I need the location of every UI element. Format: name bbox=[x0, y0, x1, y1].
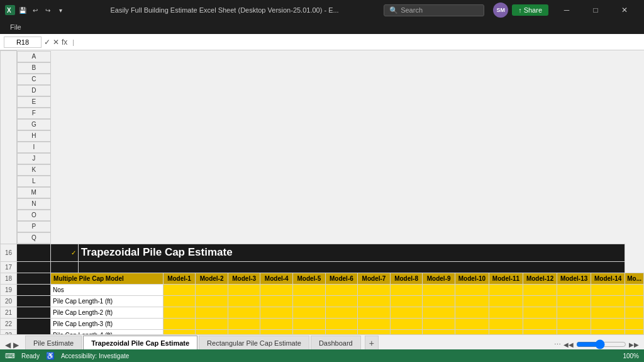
zoom-slider[interactable] bbox=[576, 339, 626, 349]
col-O[interactable]: O bbox=[17, 210, 51, 221]
col-Q[interactable]: Q bbox=[17, 232, 51, 244]
tab-pile-estimate[interactable]: Pile Estimate bbox=[25, 336, 82, 349]
col-B[interactable]: B bbox=[17, 62, 51, 74]
col-header-row: A B C D E F G H I J K L M N O P Q bbox=[1, 51, 644, 244]
col-F[interactable]: F bbox=[17, 108, 51, 119]
col-N[interactable]: N bbox=[17, 198, 51, 210]
cell-C23[interactable]: Pile Cap Length-4 (ft) bbox=[51, 329, 164, 334]
tab-rectangular-pile-cap[interactable]: Rectangular Pile Cap Estimate bbox=[199, 336, 309, 349]
model-8-header: Model-8 bbox=[390, 273, 423, 284]
col-K[interactable]: K bbox=[17, 164, 51, 176]
formula-divider: | bbox=[70, 38, 77, 46]
keyboard-icon: ⌨ bbox=[5, 352, 15, 360]
minimize-button[interactable]: ─ bbox=[552, 0, 581, 20]
formula-input[interactable] bbox=[79, 38, 640, 46]
cross-formula-icon[interactable]: ✕ bbox=[53, 38, 59, 47]
search-box[interactable]: 🔍 Search bbox=[384, 4, 484, 16]
window-title: Easily Full Building Estimate Excel Shee… bbox=[69, 6, 380, 14]
fx-icon[interactable]: fx bbox=[62, 38, 67, 47]
window-controls: ─ □ ✕ bbox=[552, 0, 639, 20]
title-bar: X 💾 ↩ ↪ ▾ Easily Full Building Estimate … bbox=[0, 0, 644, 20]
undo-icon[interactable]: ↩ bbox=[30, 5, 40, 15]
model-5-header: Model-5 bbox=[293, 273, 326, 284]
row-17: 17 bbox=[1, 261, 644, 273]
tab-trapezoidal-pile-cap[interactable]: Trapezoidal Pile Cap Estimate bbox=[83, 336, 197, 349]
model-1-header: Model-1 bbox=[163, 273, 196, 284]
cell-C19[interactable]: Nos bbox=[51, 284, 164, 295]
app-icons: X 💾 ↩ ↪ ▾ bbox=[5, 5, 65, 15]
formula-bar: ✓ ✕ fx | bbox=[0, 34, 644, 50]
col-H[interactable]: H bbox=[17, 130, 51, 142]
sheet-title: Trapezoidal Pile Cap Estimate bbox=[78, 244, 625, 261]
save-icon[interactable]: 💾 bbox=[18, 5, 28, 15]
row-20: 20 Pile Cap Length-1 (ft) bbox=[1, 295, 644, 307]
sheet-table: A B C D E F G H I J K L M N O P Q bbox=[0, 50, 644, 334]
row-21: 21 Pile Cap Length-2 (ft) bbox=[1, 307, 644, 318]
col-G[interactable]: G bbox=[17, 119, 51, 130]
model-more-header: Mo... bbox=[625, 273, 644, 284]
status-bar: ⌨ Ready ♿ Accessibility: Investigate 100… bbox=[0, 349, 644, 362]
model-14-header: Model-14 bbox=[591, 273, 625, 284]
tab-prev-icon[interactable]: ◀ bbox=[5, 341, 11, 349]
col-I[interactable]: I bbox=[17, 142, 51, 153]
cell-B16: ✓ bbox=[51, 244, 79, 261]
formula-icons: ✓ ✕ fx bbox=[44, 38, 67, 47]
close-button[interactable]: ✕ bbox=[610, 0, 639, 20]
model-11-header: Model-11 bbox=[489, 273, 523, 284]
sheet-options-icon[interactable]: ⋯ bbox=[554, 341, 561, 349]
spreadsheet: A B C D E F G H I J K L M N O P Q bbox=[0, 50, 644, 334]
svg-text:X: X bbox=[7, 7, 11, 14]
share-icon: ↑ bbox=[518, 6, 522, 14]
search-icon: 🔍 bbox=[389, 6, 398, 14]
tab-bar: ◀ ▶ Pile Estimate Trapezoidal Pile Cap E… bbox=[0, 334, 644, 349]
model-10-header: Model-10 bbox=[455, 273, 489, 284]
dropdown-icon[interactable]: ▾ bbox=[55, 5, 65, 15]
model-13-header: Model-13 bbox=[557, 273, 591, 284]
cell-C22[interactable]: Pile Cap Length-3 (ft) bbox=[51, 318, 164, 329]
row-22: 22 ConcreteVolume Pile Cap Length-3 (ft) bbox=[1, 318, 644, 329]
row-16: 16 ✓ Trapezoidal Pile Cap Estimate bbox=[1, 244, 644, 261]
cell-reference[interactable] bbox=[4, 37, 42, 48]
col-M[interactable]: M bbox=[17, 187, 51, 198]
avatar: SM bbox=[493, 3, 508, 18]
scroll-left-icon[interactable]: ◀◀ bbox=[564, 341, 574, 348]
scroll-right-icon[interactable]: ▶▶ bbox=[629, 341, 639, 348]
model-2-header: Model-2 bbox=[196, 273, 228, 284]
tab-add-button[interactable]: + bbox=[365, 336, 379, 349]
row-19: 19 Nos bbox=[1, 284, 644, 295]
col-D[interactable]: D bbox=[17, 85, 51, 96]
rownum-16: 16 bbox=[1, 244, 17, 261]
share-button[interactable]: ↑ Share bbox=[512, 4, 548, 16]
excel-icon: X bbox=[5, 5, 15, 15]
row-18: 18 Multiple Pile Cap Model Model-1 Model… bbox=[1, 273, 644, 284]
row-23: 23 Pile Cap Length-4 (ft) bbox=[1, 329, 644, 334]
accessibility-icon: ♿ bbox=[46, 352, 55, 360]
status-right: 100% bbox=[623, 353, 639, 359]
group-concrete-volume: ConcreteVolume bbox=[17, 318, 51, 334]
model-4-header: Model-4 bbox=[260, 273, 293, 284]
tab-next-icon[interactable]: ▶ bbox=[13, 341, 19, 349]
maximize-button[interactable]: □ bbox=[581, 0, 610, 20]
model-9-header: Model-9 bbox=[423, 273, 455, 284]
col-E[interactable]: E bbox=[17, 96, 51, 108]
col-C[interactable]: C bbox=[17, 74, 51, 85]
col-L[interactable]: L bbox=[17, 176, 51, 187]
ready-status: Ready bbox=[21, 353, 40, 359]
model-6-header: Model-6 bbox=[325, 273, 358, 284]
redo-icon[interactable]: ↪ bbox=[43, 5, 53, 15]
menu-bar: File bbox=[0, 20, 644, 34]
tab-dashboard[interactable]: Dashboard bbox=[311, 336, 361, 349]
cell-C20[interactable]: Pile Cap Length-1 (ft) bbox=[51, 295, 164, 307]
table-scroll[interactable]: A B C D E F G H I J K L M N O P Q bbox=[0, 50, 644, 334]
checkmark-formula-icon[interactable]: ✓ bbox=[44, 38, 50, 47]
col-A[interactable]: A bbox=[17, 51, 51, 62]
model-7-header: Model-7 bbox=[358, 273, 391, 284]
header-model-label: Multiple Pile Cap Model bbox=[51, 273, 164, 284]
cell-C21[interactable]: Pile Cap Length-2 (ft) bbox=[51, 307, 164, 318]
col-P[interactable]: P bbox=[17, 221, 51, 232]
zoom-level: 100% bbox=[623, 353, 639, 359]
menu-file[interactable]: File bbox=[5, 22, 26, 32]
col-J[interactable]: J bbox=[17, 153, 51, 164]
model-3-header: Model-3 bbox=[228, 273, 260, 284]
cell-A16[interactable] bbox=[17, 244, 51, 261]
